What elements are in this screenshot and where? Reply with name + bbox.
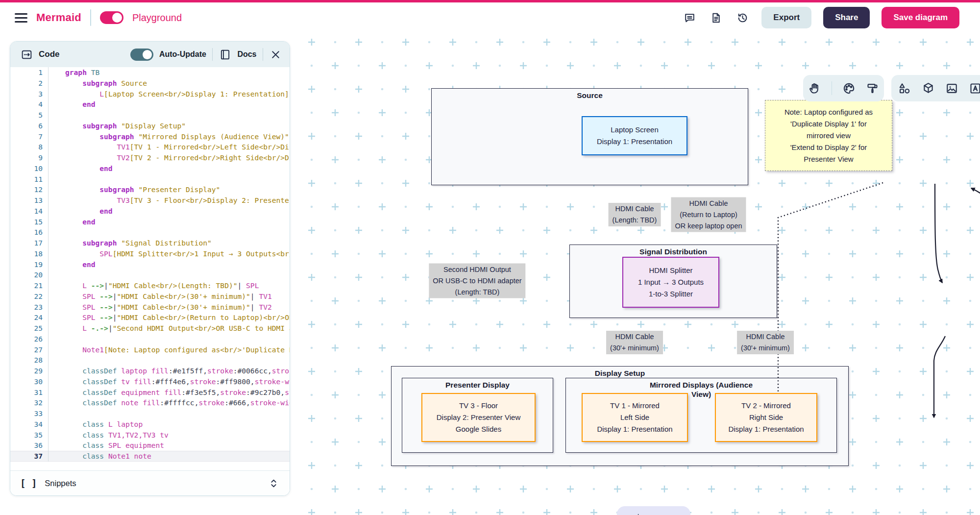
code-line: 30 classDef tv fill:#fff4e6,stroke:#ff98… <box>10 376 290 387</box>
code-line: 12 subgraph "Presenter Display" <box>10 184 290 195</box>
paint-roller-icon[interactable] <box>865 81 879 95</box>
node-Note1[interactable]: Note: Laptop configured as'Duplicate Dis… <box>765 100 892 171</box>
toolbar-canvas-tools <box>803 75 884 101</box>
code-line: 7 subgraph "Mirrored Displays (Audience … <box>10 131 290 142</box>
code-line: 18 SPL[HDMI Splitter<br/>1 Input → 3 Out… <box>10 248 290 259</box>
code-line: 24 SPL -->|"HDMI Cable<br/>(Return to La… <box>10 312 290 323</box>
code-line: 4 end <box>10 99 290 110</box>
code-line: 22 SPL -->|"HDMI Cable<br/>(30'+ minimum… <box>10 291 290 302</box>
mermaid-playground-app: Mermaid Playground Export Share Save dia… <box>0 0 980 515</box>
code-line: 33 <box>10 408 290 419</box>
node-TV3[interactable]: TV 3 - FloorDisplay 2: Presenter ViewGoo… <box>421 393 536 442</box>
menu-icon[interactable] <box>15 13 27 23</box>
code-line: 15 end <box>10 217 290 227</box>
palette-icon[interactable] <box>842 81 856 95</box>
code-line: 25 L -.->|"Second HDMI Output<br/>OR USB… <box>10 323 290 334</box>
code-panel: Code Auto-Update Docs 1graph TB2 subgrap… <box>10 41 290 496</box>
code-line: 37 class Note1 note <box>10 451 290 462</box>
code-line: 26 <box>10 334 290 344</box>
code-line: 35 class TV1,TV2,TV3 tv <box>10 430 290 441</box>
code-line: 21 L -->|"HDMI Cable<br/>(Length: TBD)"|… <box>10 280 290 291</box>
code-line: 14 end <box>10 206 290 217</box>
toolbar-insert-tools <box>891 75 980 101</box>
snippets-label: Snippets <box>45 479 76 488</box>
code-line: 34 class L laptop <box>10 419 290 430</box>
code-line: 16 <box>10 227 290 238</box>
auto-update-toggle[interactable] <box>130 49 153 61</box>
edge-label: Second HDMI OutputOR USB-C to HDMI adapt… <box>429 264 525 298</box>
export-button[interactable]: Export <box>761 7 811 28</box>
panel-divider <box>212 48 213 61</box>
code-line: 36 class SPL equipment <box>10 440 290 451</box>
code-line: 27 Note1[Note: Laptop configured as<br/>… <box>10 344 290 355</box>
auto-update-label: Auto-Update <box>159 50 206 59</box>
sparkle-icon <box>631 512 644 515</box>
panel-divider <box>263 48 264 61</box>
edge-label: HDMI Cable(30'+ minimum) <box>606 331 663 354</box>
header-divider <box>90 9 91 26</box>
playground-label: Playground <box>132 12 182 24</box>
document-icon[interactable] <box>709 10 723 25</box>
chevron-updown-icon[interactable] <box>267 477 280 490</box>
code-line: 2 subgraph Source <box>10 78 290 89</box>
code-line: 32 classDef note fill:#ffffcc,stroke:#66… <box>10 397 290 408</box>
code-line: 6 subgraph "Display Setup" <box>10 121 290 131</box>
code-line: 1graph TB <box>10 67 290 78</box>
brand-logo[interactable]: Mermaid <box>36 11 81 24</box>
code-line: 10 end <box>10 163 290 174</box>
edge-label: HDMI Cable(Length: TBD) <box>609 203 661 226</box>
code-line: 31 classDef equipment fill:#f3e5f5,strok… <box>10 387 290 398</box>
code-line: 17 subgraph "Signal Distribution" <box>10 238 290 248</box>
node-L[interactable]: Laptop ScreenDisplay 1: Presentation <box>582 116 687 155</box>
playground-toggle[interactable] <box>100 11 123 24</box>
edge-label: HDMI Cable(Return to Laptop)OR keep lapt… <box>671 197 746 232</box>
toolbar-divider <box>832 81 833 95</box>
code-line: 20 <box>10 270 290 280</box>
node-TV1[interactable]: TV 1 - MirroredLeft SideDisplay 1: Prese… <box>582 393 688 442</box>
chat-icon[interactable] <box>682 10 697 25</box>
node-SPL[interactable]: HDMI Splitter1 Input → 3 Outputs1-to-3 S… <box>622 257 719 308</box>
docs-label[interactable]: Docs <box>237 50 256 59</box>
code-editor[interactable]: 1graph TB2 subgraph Source3 L[Laptop Scr… <box>10 67 290 471</box>
cube-icon[interactable] <box>921 81 935 95</box>
save-diagram-button[interactable]: Save diagram <box>882 7 959 28</box>
node-TV2[interactable]: TV 2 - MirroredRight SideDisplay 1: Pres… <box>715 393 817 442</box>
code-line: 8 TV1[TV 1 - Mirrored<br/>Left Side<br/>… <box>10 142 290 152</box>
code-line: 13 TV3[TV 3 - Floor<br/>Display 2: Prese… <box>10 195 290 206</box>
use-ai-label: Use AI <box>649 514 676 515</box>
diagram-nodes: Laptop ScreenDisplay 1: PresentationHDMI… <box>300 30 980 515</box>
book-icon[interactable] <box>219 48 231 61</box>
code-line: 3 L[Laptop Screen<br/>Display 1: Present… <box>10 89 290 99</box>
use-ai-button[interactable]: Use AI <box>617 506 690 515</box>
code-line: 28 <box>10 355 290 366</box>
app-header: Mermaid Playground Export Share Save dia… <box>0 0 980 33</box>
code-panel-title: Code <box>39 49 60 59</box>
code-line: 11 <box>10 174 290 185</box>
image-icon[interactable] <box>945 81 958 95</box>
code-line: 29 classDef laptop fill:#e1f5ff,stroke:#… <box>10 366 290 376</box>
code-line: 9 TV2[TV 2 - Mirrored<br/>Right Side<br/… <box>10 152 290 163</box>
history-icon[interactable] <box>735 10 750 25</box>
shapes-icon[interactable] <box>898 81 911 95</box>
share-button[interactable]: Share <box>823 7 870 28</box>
diagram-canvas[interactable]: SourceSignal DistributionDisplay SetupPr… <box>300 30 980 515</box>
close-icon[interactable] <box>269 48 282 61</box>
code-icon <box>20 48 33 61</box>
snippets-bar[interactable]: [ ] Snippets <box>10 470 290 495</box>
code-line: 23 SPL -->|"HDMI Cable<br/>(30'+ minimum… <box>10 302 290 313</box>
brackets-icon: [ ] <box>20 478 37 489</box>
code-line: 5 <box>10 110 290 121</box>
hand-icon[interactable] <box>808 81 822 95</box>
text-icon[interactable] <box>968 81 980 95</box>
code-line: 19 end <box>10 259 290 270</box>
edge-label: HDMI Cable(30'+ minimum) <box>737 331 794 354</box>
code-panel-header: Code Auto-Update Docs <box>10 42 290 67</box>
